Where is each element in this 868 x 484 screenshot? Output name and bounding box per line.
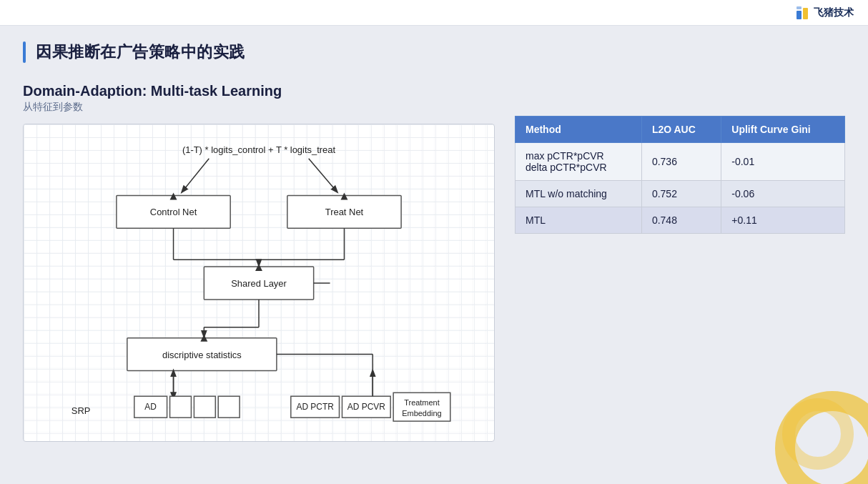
table-row: max pCTR*pCVRdelta pCTR*pCVR 0.736 -0.01 bbox=[516, 143, 845, 181]
table-cell-l2o: 0.752 bbox=[641, 181, 721, 207]
page-title: 因果推断在广告策略中的实践 bbox=[36, 41, 245, 63]
table-cell-gini: -0.06 bbox=[721, 181, 845, 207]
table-row: MTL 0.748 +0.11 bbox=[516, 207, 845, 234]
deco-circle-inner bbox=[782, 398, 854, 470]
table-header-uplift: Uplift Curve Gini bbox=[721, 117, 845, 143]
top-bar: 飞猪技术 bbox=[0, 0, 868, 26]
main-content: Domain-Adaption: Multi-task Learning 从特征… bbox=[23, 83, 845, 442]
table-cell-l2o: 0.736 bbox=[641, 143, 721, 181]
table-cell-method: MTL bbox=[516, 207, 642, 234]
table-cell-method: max pCTR*pCVRdelta pCTR*pCVR bbox=[516, 143, 642, 181]
svg-rect-30 bbox=[194, 396, 215, 418]
table-cell-gini: -0.01 bbox=[721, 143, 845, 181]
svg-rect-31 bbox=[218, 396, 240, 418]
svg-text:AD: AD bbox=[144, 402, 157, 412]
table-cell-l2o: 0.748 bbox=[641, 207, 721, 234]
title-block: 因果推断在广告策略中的实践 bbox=[23, 41, 845, 63]
table-header-l2o: L2O AUC bbox=[641, 117, 721, 143]
svg-text:AD PCTR: AD PCTR bbox=[296, 402, 334, 412]
logo-icon bbox=[795, 5, 811, 21]
svg-text:Treatment: Treatment bbox=[404, 398, 439, 407]
table-cell-method: MTL w/o matching bbox=[516, 181, 642, 207]
logo-text: 飞猪技术 bbox=[814, 6, 854, 19]
svg-rect-0 bbox=[797, 11, 802, 19]
svg-rect-1 bbox=[803, 8, 808, 19]
svg-text:SRP: SRP bbox=[71, 405, 91, 416]
svg-rect-2 bbox=[797, 6, 802, 9]
svg-text:Treat Net: Treat Net bbox=[325, 207, 364, 217]
content-area: 因果推断在广告策略中的实践 Domain-Adaption: Multi-tas… bbox=[0, 26, 868, 456]
results-table: Method L2O AUC Uplift Curve Gini max pCT… bbox=[515, 116, 845, 234]
right-section: Method L2O AUC Uplift Curve Gini max pCT… bbox=[515, 83, 845, 234]
svg-text:AD PCVR: AD PCVR bbox=[347, 402, 385, 412]
table-header-method: Method bbox=[516, 117, 642, 143]
svg-rect-29 bbox=[170, 396, 192, 418]
svg-text:discriptive statistics: discriptive statistics bbox=[162, 350, 242, 360]
svg-text:Shared Layer: Shared Layer bbox=[231, 278, 287, 289]
diagram-svg: (1-T) * logits_control + T * logits_trea… bbox=[24, 124, 494, 441]
page: 飞猪技术 因果推断在广告策略中的实践 Domain-Adaption: Mult… bbox=[0, 0, 868, 484]
left-section: Domain-Adaption: Multi-task Learning 从特征… bbox=[23, 83, 495, 442]
svg-text:(1-T) * logits_control +  T * : (1-T) * logits_control + T * logits_trea… bbox=[182, 144, 336, 155]
section-heading: Domain-Adaption: Multi-task Learning bbox=[23, 83, 495, 99]
svg-text:Control Net: Control Net bbox=[150, 207, 197, 217]
section-subheading: 从特征到参数 bbox=[23, 101, 495, 114]
svg-text:Embedding: Embedding bbox=[402, 409, 441, 418]
title-accent bbox=[23, 41, 26, 63]
diagram-box: (1-T) * logits_control + T * logits_trea… bbox=[23, 124, 495, 442]
logo-area: 飞猪技术 bbox=[795, 5, 854, 21]
table-cell-gini: +0.11 bbox=[721, 207, 845, 234]
table-row: MTL w/o matching 0.752 -0.06 bbox=[516, 181, 845, 207]
